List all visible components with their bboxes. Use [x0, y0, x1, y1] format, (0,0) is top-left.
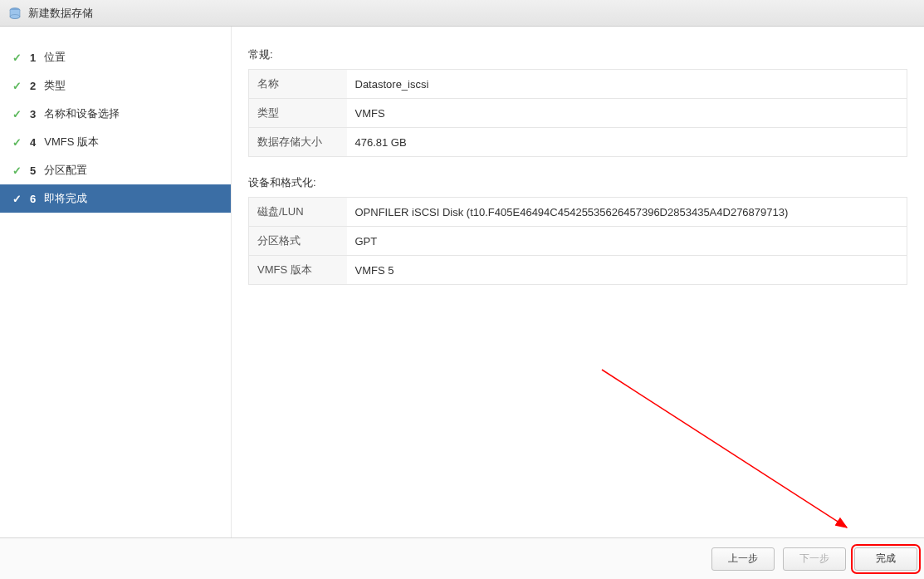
name-label: 名称: [249, 70, 347, 99]
general-section-title: 常规:: [248, 47, 907, 62]
check-icon: ✓: [10, 80, 23, 92]
size-label: 数据存储大小: [249, 128, 347, 157]
check-icon: ✓: [10, 164, 23, 177]
step-number: 5: [30, 164, 36, 177]
wizard-step-4[interactable]: ✓ 4 VMFS 版本: [0, 128, 231, 156]
datastore-icon: [8, 7, 22, 20]
footer-buttons: 上一步 下一步 完成: [0, 537, 924, 579]
vmfs-label: VMFS 版本: [249, 256, 347, 285]
wizard-step-1[interactable]: ✓ 1 位置: [0, 43, 231, 71]
check-icon: ✓: [10, 193, 23, 205]
type-value: VMFS: [347, 99, 907, 128]
step-label: 类型: [44, 78, 66, 93]
partition-label: 分区格式: [249, 227, 347, 256]
next-button: 下一步: [783, 547, 846, 571]
titlebar: 新建数据存储: [0, 0, 924, 27]
step-label: 位置: [44, 50, 66, 65]
step-number: 4: [30, 136, 36, 149]
step-number: 3: [30, 108, 36, 120]
device-section-title: 设备和格式化:: [248, 175, 907, 190]
titlebar-title: 新建数据存储: [28, 6, 93, 21]
wizard-step-3[interactable]: ✓ 3 名称和设备选择: [0, 100, 231, 128]
wizard-step-2[interactable]: ✓ 2 类型: [0, 71, 231, 100]
content-panel: 常规: 名称 Datastore_iscsi 类型 VMFS 数据存储大小 47…: [231, 27, 924, 537]
check-icon: ✓: [10, 108, 23, 120]
wizard-step-5[interactable]: ✓ 5 分区配置: [0, 156, 231, 184]
table-row: 类型 VMFS: [249, 99, 907, 128]
wizard-sidebar: ✓ 1 位置 ✓ 2 类型 ✓ 3 名称和设备选择 ✓ 4 VMFS 版本 ✓ …: [0, 27, 231, 537]
step-label: VMFS 版本: [44, 135, 99, 150]
step-number: 2: [30, 80, 36, 92]
step-number: 6: [30, 193, 36, 205]
vmfs-value: VMFS 5: [347, 256, 907, 285]
disk-value: OPNFILER iSCSI Disk (t10.F405E46494C4542…: [347, 198, 907, 227]
table-row: 名称 Datastore_iscsi: [249, 70, 907, 99]
table-row: 分区格式 GPT: [249, 227, 907, 256]
size-value: 476.81 GB: [347, 128, 907, 157]
main-container: ✓ 1 位置 ✓ 2 类型 ✓ 3 名称和设备选择 ✓ 4 VMFS 版本 ✓ …: [0, 27, 924, 537]
step-label: 分区配置: [44, 163, 87, 178]
partition-value: GPT: [347, 227, 907, 256]
finish-button[interactable]: 完成: [854, 547, 917, 571]
table-row: VMFS 版本 VMFS 5: [249, 256, 907, 285]
type-label: 类型: [249, 99, 347, 128]
table-row: 磁盘/LUN OPNFILER iSCSI Disk (t10.F405E464…: [249, 198, 907, 227]
general-info-table: 名称 Datastore_iscsi 类型 VMFS 数据存储大小 476.81…: [248, 69, 907, 157]
table-row: 数据存储大小 476.81 GB: [249, 128, 907, 157]
check-icon: ✓: [10, 52, 23, 64]
name-value: Datastore_iscsi: [347, 70, 907, 99]
step-label: 名称和设备选择: [44, 106, 120, 121]
check-icon: ✓: [10, 136, 23, 149]
disk-label: 磁盘/LUN: [249, 198, 347, 227]
device-info-table: 磁盘/LUN OPNFILER iSCSI Disk (t10.F405E464…: [248, 197, 907, 285]
step-number: 1: [30, 52, 36, 64]
back-button[interactable]: 上一步: [711, 547, 775, 571]
step-label: 即将完成: [44, 191, 87, 206]
wizard-step-6[interactable]: ✓ 6 即将完成: [0, 184, 231, 213]
